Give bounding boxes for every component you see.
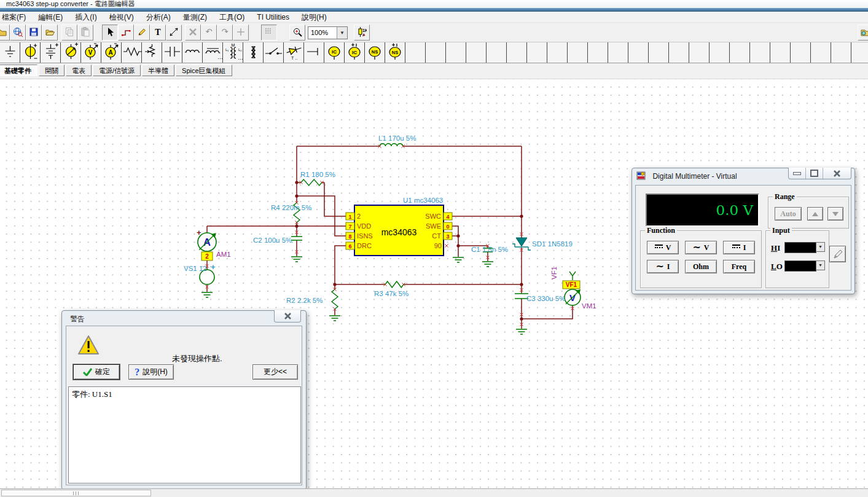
voltmeter-icon: V xyxy=(81,42,101,63)
component-voltage-generator-button[interactable] xyxy=(61,42,81,63)
component-battery-button[interactable] xyxy=(41,42,61,63)
component-diode-button[interactable]: T ‥ xyxy=(284,42,304,63)
component-ns-button[interactable]: NS xyxy=(365,42,385,63)
component-inductor-core-button[interactable]: … xyxy=(203,42,223,63)
tab-2[interactable]: 開關 xyxy=(39,65,65,76)
switch-icon xyxy=(264,42,284,63)
wire-tool-button[interactable] xyxy=(118,25,134,41)
select-cursor-icon xyxy=(105,28,115,39)
ammeter-icon: A xyxy=(101,42,122,63)
zoom-in-icon xyxy=(292,28,302,39)
origin-tool-button[interactable] xyxy=(233,25,249,41)
tab-4[interactable]: 電源/信號源 xyxy=(93,65,141,76)
component-switch-button[interactable] xyxy=(264,42,284,63)
component-voltage-source-button[interactable] xyxy=(20,42,41,63)
title-bar[interactable]: mc34063 step-up converter - 電路圖編輯器 xyxy=(0,0,868,8)
redo-button[interactable]: ↷ xyxy=(217,25,233,41)
select-mode-button[interactable] xyxy=(102,25,118,41)
macro-clipped-button[interactable] xyxy=(858,25,868,41)
menu-item-4[interactable]: 檢視(V) xyxy=(103,12,140,23)
scrollbar-thumb[interactable] xyxy=(1,490,151,496)
component-resistor-button[interactable] xyxy=(122,42,142,63)
function-freq-button[interactable]: Freq xyxy=(723,260,755,273)
empty-toolbar-cell xyxy=(770,42,791,63)
paste-button[interactable] xyxy=(77,25,93,41)
help-button[interactable]: ? 說明(H) xyxy=(128,364,174,380)
ic-icon: IC xyxy=(324,42,345,63)
open-button[interactable] xyxy=(42,25,58,41)
minimize-button[interactable] xyxy=(789,168,806,179)
component-capacitor-button[interactable] xyxy=(162,42,182,63)
dialog-titlebar[interactable]: 警告 xyxy=(62,311,306,327)
probe-button[interactable] xyxy=(829,246,846,262)
undo-button[interactable]: ↶ xyxy=(201,25,217,41)
svg-text:V: V xyxy=(88,49,92,56)
menu-item-6[interactable]: 量測(Z) xyxy=(177,12,213,23)
grid-toggle-button[interactable] xyxy=(261,25,277,41)
function-ohm-button[interactable]: Ohm xyxy=(685,260,717,273)
range-down-button[interactable] xyxy=(827,207,843,221)
menu-item-3[interactable]: 插入(I) xyxy=(69,12,103,23)
menu-item-7[interactable]: 工具(O) xyxy=(213,12,251,23)
tab-6[interactable]: Spice巨集模組 xyxy=(176,65,232,76)
less-button[interactable]: 更少<< xyxy=(252,364,298,380)
chevron-down-icon[interactable]: ▼ xyxy=(337,27,347,39)
component-ic-power-button[interactable]: IC xyxy=(345,42,365,63)
chevron-down-icon[interactable]: ▼ xyxy=(816,260,825,270)
tab-5[interactable]: 半導體 xyxy=(142,65,174,76)
dimension-tool-button[interactable] xyxy=(166,25,182,41)
lo-node-select[interactable] xyxy=(784,260,816,272)
component-inductor-button[interactable] xyxy=(182,42,203,63)
horizontal-scrollbar[interactable] xyxy=(0,488,868,497)
range-auto-button[interactable]: Auto xyxy=(775,207,802,221)
empty-toolbar-cell xyxy=(791,42,811,63)
ok-button[interactable]: 確定 xyxy=(73,364,120,380)
component-ic-button[interactable]: IC xyxy=(324,42,345,63)
copy-button[interactable] xyxy=(61,25,77,41)
ns-power-icon: NS xyxy=(385,42,405,63)
menu-item-1[interactable]: 檔案(F) xyxy=(0,12,32,23)
multimeter-body: 0.0 V Range Auto Function V~VI~IOhmFreq … xyxy=(635,185,851,291)
chevron-down-icon[interactable]: ▼ xyxy=(816,242,825,252)
empty-toolbar-cell xyxy=(851,42,868,63)
function-ac-v-button[interactable]: ~V xyxy=(685,241,717,254)
function-dc-i-button[interactable]: I xyxy=(723,241,755,254)
component-ground-button[interactable] xyxy=(0,42,20,63)
close-icon[interactable] xyxy=(823,168,851,179)
last-component-button[interactable]: 1K xyxy=(354,25,370,41)
multimeter-window: Digital Multimeter - Virtual 0.0 V Range… xyxy=(631,168,855,294)
open-file-button[interactable] xyxy=(0,25,10,41)
tab-3[interactable]: 電表 xyxy=(66,65,92,76)
component-terminal-button[interactable] xyxy=(304,42,324,63)
menu-item-9[interactable]: 說明(H) xyxy=(295,12,333,23)
menu-item-2[interactable]: 編輯(E) xyxy=(32,12,69,23)
ac-icon: ~ xyxy=(692,245,700,251)
resistor-icon xyxy=(122,42,142,63)
range-up-button[interactable] xyxy=(807,207,823,221)
web-search-button[interactable] xyxy=(10,25,26,41)
delete-button[interactable] xyxy=(185,25,201,41)
component-coupled-inductors-button[interactable]: ML₁L₂… xyxy=(223,42,243,63)
component-ns-power-button[interactable]: NS xyxy=(385,42,405,63)
empty-toolbar-cell xyxy=(487,42,507,63)
hi-node-select[interactable] xyxy=(784,242,816,253)
component-transformer-button[interactable] xyxy=(243,42,264,63)
component-potentiometer-button[interactable] xyxy=(142,42,162,63)
function-dc-v-button[interactable]: V xyxy=(647,241,679,254)
input-row-hi: HI▼ xyxy=(771,242,780,252)
tab-1[interactable]: 基礎零件 xyxy=(0,65,37,76)
zoom-level-combo[interactable]: 100%▼ xyxy=(308,26,348,39)
save-button[interactable] xyxy=(26,25,42,41)
component-voltmeter-button[interactable]: V xyxy=(81,42,101,63)
menu-item-8[interactable]: TI Utilities xyxy=(251,12,295,23)
close-icon[interactable] xyxy=(274,310,301,323)
details-listbox[interactable]: 零件: U1.S1 xyxy=(68,386,301,483)
text-tool-button[interactable]: T xyxy=(150,25,166,41)
menu-item-5[interactable]: 分析(A) xyxy=(140,12,177,23)
component-ammeter-button[interactable]: A xyxy=(101,42,122,63)
zoom-in-button[interactable] xyxy=(289,25,305,41)
draw-tool-button[interactable] xyxy=(134,25,150,41)
restore-button[interactable] xyxy=(806,168,823,179)
svg-text:…: … xyxy=(238,55,243,61)
function-ac-i-button[interactable]: ~I xyxy=(647,260,679,273)
